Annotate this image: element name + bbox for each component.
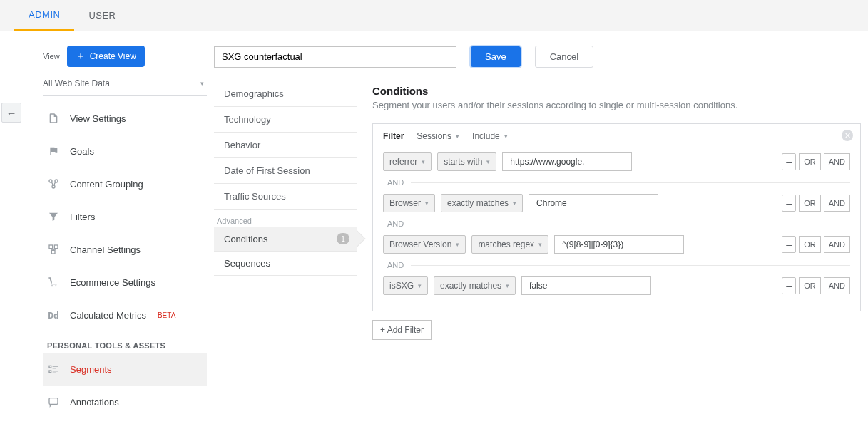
back-button[interactable]: ← [1,103,21,123]
value-input[interactable] [521,276,651,295]
cat-technology[interactable]: Technology [214,107,357,133]
cat-conditions[interactable]: Conditions 1 [214,227,357,252]
remove-rule-button[interactable]: – [782,277,796,294]
operator-chip[interactable]: exactly matches ▾ [434,276,516,295]
dimension-label: isSXG [389,281,414,291]
nav-content-grouping[interactable]: Content Grouping [43,167,207,200]
save-button[interactable]: Save [471,46,521,67]
operator-label: exactly matches [440,281,501,291]
operator-chip[interactable]: starts with ▾ [437,152,496,171]
segments-icon [47,363,60,376]
content-pane: Conditions Segment your users and/or the… [357,81,868,340]
dimension-chip[interactable]: Browser ▾ [383,194,435,212]
tab-admin[interactable]: ADMIN [14,0,74,31]
svg-rect-5 [51,250,55,254]
flag-icon [47,145,60,157]
cat-date-first-session[interactable]: Date of First Session [214,158,357,184]
and-button[interactable]: AND [824,236,850,253]
cat-sequences-label: Sequences [224,258,270,269]
svg-rect-9 [49,371,51,373]
svg-rect-14 [49,398,58,405]
cat-sequences[interactable]: Sequences [214,252,357,276]
nav-channel-settings[interactable]: Channel Settings [43,233,207,266]
nav-label: View Settings [70,113,126,124]
nav-filters[interactable]: Filters [43,200,207,233]
remove-rule-button[interactable]: – [782,236,796,253]
dimension-chip[interactable]: isSXG ▾ [383,276,428,295]
dimension-chip[interactable]: referrer ▾ [383,152,432,171]
remove-rule-button[interactable]: – [782,195,796,212]
page-icon [47,112,60,125]
operator-label: matches regex [478,239,534,249]
value-input[interactable] [502,152,632,171]
nav-label: Segments [70,364,112,375]
nav-label: Annotations [70,397,119,408]
cancel-button[interactable]: Cancel [535,46,593,68]
operator-chip[interactable]: exactly matches ▾ [441,194,523,212]
caret-down-icon: ▾ [200,80,204,87]
mode-value: Include [472,131,500,141]
view-selector[interactable]: All Web Site Data ▾ [43,73,207,96]
and-button[interactable]: AND [824,277,850,294]
value-input[interactable] [554,235,684,254]
or-button[interactable]: OR [799,277,821,294]
and-divider: AND [387,178,850,187]
annotations-icon [47,395,60,408]
cat-behavior[interactable]: Behavior [214,133,357,158]
nav-view-settings[interactable]: View Settings [43,102,207,135]
dimension-chip[interactable]: Browser Version ▾ [383,235,466,254]
or-button[interactable]: OR [799,153,821,170]
rule-row: Browser Version ▾ matches regex ▾ – OR A… [383,235,850,254]
nav-label: Goals [70,146,94,157]
and-button[interactable]: AND [824,195,850,212]
metrics-icon: Dd [47,309,60,321]
svg-rect-3 [49,245,53,249]
nav-segments[interactable]: Segments [43,353,207,386]
filter-label: Filter [383,131,404,141]
create-view-label: Create View [90,51,136,61]
caret-down-icon: ▾ [538,241,542,248]
and-divider: AND [387,219,850,228]
nav-label: Channel Settings [70,244,141,255]
value-input[interactable] [529,194,658,212]
mode-dropdown[interactable]: Include ▾ [472,131,508,141]
and-button[interactable]: AND [824,153,850,170]
plus-icon [76,50,86,63]
nav-ecommerce-settings[interactable]: Ecommerce Settings [43,266,207,299]
beta-badge: BETA [158,311,175,319]
nav-annotations[interactable]: Annotations [43,386,207,418]
close-icon[interactable]: ✕ [842,130,853,141]
caret-down-icon: ▾ [418,282,422,289]
nav-goals[interactable]: Goals [43,135,207,167]
cat-traffic-sources[interactable]: Traffic Sources [214,184,357,210]
caret-down-icon: ▾ [486,158,490,165]
scope-dropdown[interactable]: Sessions ▾ [417,131,459,141]
scope-value: Sessions [417,131,451,141]
and-divider: AND [387,261,850,269]
svg-point-6 [51,285,53,286]
caret-down-icon: ▾ [506,282,509,289]
nav-label: Content Grouping [70,179,143,190]
svg-point-2 [52,185,55,188]
nav-label: Ecommerce Settings [70,277,155,288]
nav-calculated-metrics[interactable]: Dd Calculated Metrics BETA [43,299,207,331]
or-button[interactable]: OR [799,236,821,253]
add-filter-button[interactable]: + Add Filter [372,320,432,340]
dimension-label: Browser Version [389,239,451,249]
tab-user[interactable]: USER [74,0,130,31]
sidebar: View Create View All Web Site Data ▾ Vie… [21,31,214,424]
personal-tools-header: PERSONAL TOOLS & ASSETS [47,341,207,350]
caret-down-icon: ▾ [456,241,459,248]
create-view-button[interactable]: Create View [67,46,145,67]
filter-box: ✕ Filter Sessions ▾ Include ▾ [372,123,861,311]
view-label: View [43,52,60,61]
segment-name-input[interactable] [214,46,456,68]
remove-rule-button[interactable]: – [782,153,796,170]
svg-rect-4 [54,245,58,249]
caret-down-icon: ▾ [456,133,459,140]
or-button[interactable]: OR [799,195,821,212]
category-nav: Demographics Technology Behavior Date of… [214,81,357,340]
cat-demographics[interactable]: Demographics [214,81,357,107]
operator-chip[interactable]: matches regex ▾ [471,235,548,254]
conditions-count-badge: 1 [337,233,349,244]
